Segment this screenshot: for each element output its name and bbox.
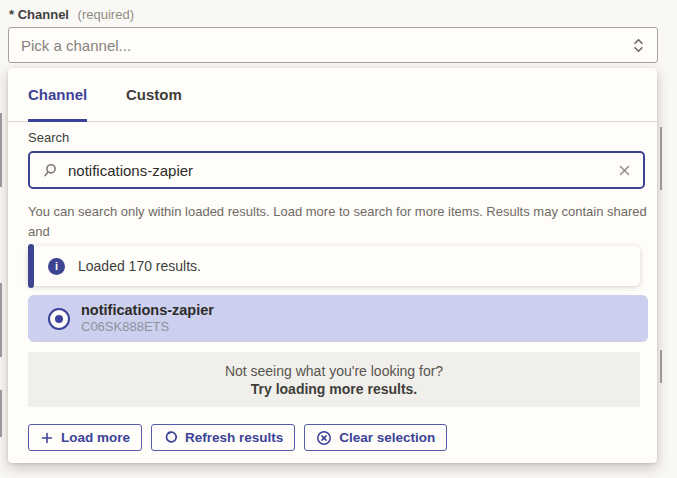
required-note: (required) [78, 7, 134, 22]
radio-selected-icon[interactable] [48, 308, 70, 330]
field-label: * Channel (required) [9, 7, 134, 22]
alert-accent-bar [28, 244, 34, 288]
search-helper-line1: You can search only within loaded result… [28, 202, 657, 242]
search-input[interactable] [68, 162, 609, 179]
channel-select-placeholder: Pick a channel... [21, 37, 632, 54]
hint-line1: Not seeing what you're looking for? [225, 363, 443, 379]
tab-channel[interactable]: Channel [28, 86, 87, 122]
search-label: Search [28, 130, 69, 145]
search-box [28, 151, 645, 189]
required-marker: * [9, 7, 14, 22]
refresh-results-button[interactable]: Refresh results [151, 424, 295, 451]
info-icon: i [48, 258, 65, 275]
refresh-icon [163, 430, 178, 445]
clear-selection-label: Clear selection [339, 430, 435, 445]
underlying-element-edge [0, 390, 2, 437]
search-icon [42, 162, 59, 179]
chevron-up-down-icon [632, 37, 645, 54]
circle-x-icon [316, 430, 332, 446]
tab-custom[interactable]: Custom [126, 86, 182, 103]
underlying-element-edge [0, 283, 2, 357]
channel-option-selected[interactable]: notifications-zapier C06SK888ETS [28, 295, 648, 342]
tab-bar: Channel Custom [8, 68, 657, 122]
underlying-element-edge [660, 127, 662, 190]
load-more-hint: Not seeing what you're looking for? Try … [28, 352, 640, 407]
clear-selection-button[interactable]: Clear selection [304, 424, 447, 451]
plus-icon [40, 431, 54, 445]
channel-picker-screen: * Channel (required) Pick a channel... C… [0, 0, 677, 478]
channel-dropdown-panel: Channel Custom Search You can search onl… [8, 68, 657, 463]
underlying-element-edge [660, 350, 662, 383]
load-more-button[interactable]: Load more [28, 424, 142, 451]
channel-id: C06SK888ETS [81, 319, 214, 335]
hint-line2: Try loading more results. [251, 381, 418, 397]
channel-name: notifications-zapier [81, 301, 214, 319]
load-more-label: Load more [61, 430, 130, 445]
clear-search-icon[interactable] [618, 164, 631, 177]
loaded-results-alert: i Loaded 170 results. [28, 246, 640, 286]
action-button-row: Load more Refresh results [28, 424, 447, 451]
underlying-element-edge [0, 113, 2, 187]
channel-select[interactable]: Pick a channel... [8, 27, 658, 63]
refresh-results-label: Refresh results [185, 430, 283, 445]
field-label-text: Channel [18, 7, 69, 22]
alert-text: Loaded 170 results. [78, 258, 201, 274]
